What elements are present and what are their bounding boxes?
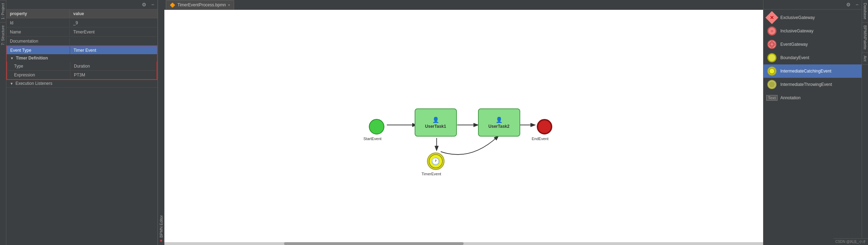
execution-listeners-group[interactable]: ▼ Execution Listeners <box>6 80 157 88</box>
right-toolbar: ⚙ − <box>763 0 862 10</box>
main-canvas: 🔶 TimerEventProcess.bpmn × <box>164 0 763 245</box>
exec-triangle: ▼ <box>10 82 13 86</box>
user-icon-1: 👤 <box>432 117 439 123</box>
timer-event[interactable]: 🕐 <box>427 152 445 170</box>
user-task-1[interactable]: 👤 UserTask1 <box>415 108 457 137</box>
palette-item-event-gateway[interactable]: EventGateway <box>763 38 862 51</box>
value-col-header: value <box>70 10 157 18</box>
annotation-label: Annotation <box>780 95 800 100</box>
property-col-header: property <box>6 10 70 18</box>
right-tab-bpminpalette[interactable]: BPMINPalette <box>862 23 868 53</box>
event-gw-icon <box>767 39 777 49</box>
property-table: Id _9 Name TimerEvent Documentation Even… <box>6 18 157 245</box>
start-event-label: StartEvent <box>364 137 382 141</box>
right-minus-icon[interactable]: − <box>854 1 860 8</box>
prop-label-name: Name <box>6 28 70 36</box>
prop-label-id: Id <box>6 19 70 27</box>
intermediate-throwing-label: IntermediateThrowingEvent <box>780 82 832 87</box>
execution-listeners-label: Execution Listeners <box>15 81 52 86</box>
left-tab-structure[interactable]: 7: Structure <box>0 22 6 48</box>
prop-value-type: Duration <box>70 62 157 70</box>
palette-item-annotation[interactable]: Text Annotation <box>763 91 862 105</box>
prop-row-expression[interactable]: Expression PT3M <box>6 71 157 80</box>
canvas-tab-bpmn[interactable]: 🔶 TimerEventProcess.bpmn × <box>166 0 234 10</box>
prop-label-documentation: Documentation <box>6 37 70 45</box>
excl-gw-label: ExclusiveGateway <box>780 15 815 20</box>
prop-value-expression: PT3M <box>70 71 157 79</box>
timer-definition-group[interactable]: ▼ Timer Definition <box>6 54 157 62</box>
property-toolbar: ⚙ − <box>6 0 157 10</box>
collapse-triangle: ▼ <box>10 56 14 60</box>
canvas-area[interactable]: StartEvent 👤 UserTask1 🕐 TimerEvent 👤 Us… <box>164 10 763 242</box>
prop-row-id[interactable]: Id _9 <box>6 18 157 27</box>
timer-clock-icon: 🕐 <box>429 154 443 168</box>
intermediate-catching-icon <box>767 66 777 76</box>
prop-row-type[interactable]: Type Duration <box>6 62 157 71</box>
canvas-scrollbar[interactable] <box>164 242 763 245</box>
prop-row-event-type[interactable]: Event Type Timer Event <box>6 45 157 55</box>
right-tab-database[interactable]: Database <box>862 0 868 23</box>
event-gw-label: EventGateway <box>780 42 808 47</box>
timer-event-label: TimerEvent <box>422 172 441 176</box>
right-panel: ⚙ − ✕ ExclusiveGateway ○ InclusiveGatewa… <box>763 0 862 245</box>
prop-label-event-type: Event Type <box>7 46 70 54</box>
palette-list: ✕ ExclusiveGateway ○ InclusiveGateway Ev… <box>763 10 862 245</box>
bottom-bar: CSDN @风流_小才 <box>833 238 868 245</box>
prop-label-type: Type <box>7 62 70 70</box>
prop-value-documentation <box>70 40 157 43</box>
palette-item-intermediate-catching[interactable]: IntermediateCatchingEvent <box>763 64 862 78</box>
canvas-tab-label: TimerEventProcess.bpmn <box>177 2 226 7</box>
excl-gw-icon: ✕ <box>767 13 777 23</box>
right-gear-icon[interactable]: ⚙ <box>845 1 852 8</box>
canvas-tab-bar: 🔶 TimerEventProcess.bpmn × <box>164 0 763 10</box>
prop-label-expression: Expression <box>7 71 70 79</box>
intermediate-throwing-icon <box>767 80 777 89</box>
property-table-header: property value <box>6 10 157 18</box>
prop-row-name[interactable]: Name TimerEvent <box>6 27 157 37</box>
timer-definition-label: Timer Definition <box>16 56 48 61</box>
end-event-label: EndEvent <box>532 137 549 141</box>
incl-gw-label: InclusiveGateway <box>780 29 813 33</box>
palette-item-boundary-event[interactable]: BoundaryEvent <box>763 51 862 64</box>
palette-item-intermediate-throwing[interactable]: IntermediateThrowingEvent <box>763 78 862 91</box>
boundary-ev-icon <box>767 53 777 63</box>
boundary-ev-label: BoundaryEvent <box>780 55 809 60</box>
right-tabs: Database BPMINPalette Ant <box>862 0 868 245</box>
svg-marker-4 <box>769 41 775 48</box>
palette-item-inclusive-gateway[interactable]: ○ InclusiveGateway <box>763 24 862 38</box>
prop-value-name: TimerEvent <box>70 28 157 36</box>
prop-row-documentation[interactable]: Documentation <box>6 37 157 46</box>
prop-value-event-type: Timer Event <box>70 46 157 54</box>
gear-icon[interactable]: ⚙ <box>140 1 148 8</box>
prop-value-id: _9 <box>70 19 157 27</box>
left-tabs: 1: Project 7: Structure <box>0 0 6 245</box>
scrollbar-thumb[interactable] <box>284 242 464 245</box>
incl-gw-icon: ○ <box>767 26 777 36</box>
minus-icon[interactable]: − <box>150 1 156 8</box>
user-task-1-label: UserTask1 <box>425 124 446 129</box>
user-icon-2: 👤 <box>496 117 503 123</box>
annotation-icon: Text <box>767 93 777 103</box>
bpmn-editor-label: ■ BPMN Editor <box>158 0 164 245</box>
diagram-container: StartEvent 👤 UserTask1 🕐 TimerEvent 👤 Us… <box>341 70 587 182</box>
tab-close-icon[interactable]: × <box>228 3 230 7</box>
start-event[interactable] <box>369 119 384 134</box>
bpmn-file-icon: 🔶 <box>170 2 175 8</box>
intermediate-catching-label: IntermediateCatchingEvent <box>780 69 831 74</box>
left-tab-project[interactable]: 1: Project <box>0 0 6 22</box>
property-panel: ⚙ − property value Id _9 Name TimerEvent… <box>6 0 158 245</box>
palette-item-exclusive-gateway[interactable]: ✕ ExclusiveGateway <box>763 11 862 24</box>
user-task-2-label: UserTask2 <box>489 124 510 129</box>
right-tab-ant[interactable]: Ant <box>862 53 868 65</box>
user-task-2[interactable]: 👤 UserTask2 <box>478 108 520 137</box>
end-event[interactable] <box>537 119 552 134</box>
